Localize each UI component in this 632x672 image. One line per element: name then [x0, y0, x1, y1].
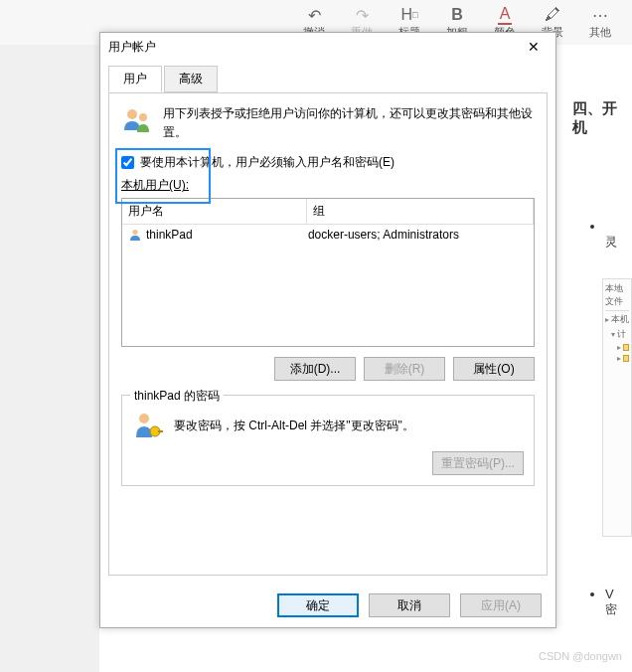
highlight-icon: 🖍 — [545, 5, 560, 25]
more-icon: ⋯ — [592, 5, 608, 25]
user-list[interactable]: 用户名 组 thinkPad docker-users; Administrat… — [121, 198, 535, 347]
other-label: 其他 — [589, 25, 611, 40]
tab-panel-users: 用下列表授予或拒绝用户访问你的计算机，还可以更改其密码和其他设置。 要使用本计算… — [108, 92, 548, 576]
svg-point-0 — [127, 109, 137, 119]
info-text: 用下列表授予或拒绝用户访问你的计算机，还可以更改其密码和其他设置。 — [163, 104, 535, 142]
col-username[interactable]: 用户名 — [122, 199, 307, 224]
dialog-footer: 确定 取消 应用(A) — [100, 584, 555, 627]
bg-mini-t2: 文件 — [605, 295, 629, 308]
cancel-button[interactable]: 取消 — [369, 593, 450, 617]
svg-point-3 — [139, 414, 149, 423]
section-heading: 四、开机 — [567, 89, 632, 147]
cell-group: docker-users; Administrators — [308, 228, 528, 242]
list-header: 用户名 组 — [122, 199, 534, 225]
svg-rect-5 — [158, 430, 163, 432]
close-button[interactable]: ✕ — [520, 37, 548, 57]
list-buttons: 添加(D)... 删除(R) 属性(O) — [121, 357, 535, 381]
col-group[interactable]: 组 — [307, 199, 534, 224]
bold-icon: B — [451, 5, 463, 25]
bg-mini-t1: 本地 — [605, 282, 629, 295]
users-icon — [121, 104, 153, 136]
reset-password-button: 重置密码(P)... — [432, 451, 524, 475]
password-icon — [132, 410, 164, 441]
color-icon: A — [498, 5, 513, 25]
user-accounts-dialog: 用户帐户 ✕ 用户 高级 用下列表授予或拒绝用户访问你的计算机，还可以更改其密码… — [99, 32, 556, 628]
info-row: 用下列表授予或拒绝用户访问你的计算机，还可以更改其密码和其他设置。 — [121, 104, 535, 142]
cell-username: thinkPad — [146, 228, 193, 242]
redo-icon: ↷ — [356, 5, 369, 25]
dialog-titlebar[interactable]: 用户帐户 ✕ — [100, 33, 555, 61]
apply-button: 应用(A) — [460, 593, 542, 617]
dialog-title: 用户帐户 — [108, 39, 156, 56]
bg-bullet-2: V密 — [605, 587, 617, 618]
user-list-label: 本机用户(U): — [121, 177, 535, 194]
svg-point-2 — [133, 230, 138, 235]
password-legend: thinkPad 的密码 — [130, 388, 224, 405]
password-groupbox: thinkPad 的密码 要改密码，按 Ctrl-Alt-Del 并选择"更改密… — [121, 395, 535, 486]
user-icon — [128, 228, 142, 242]
ok-button[interactable]: 确定 — [277, 593, 359, 617]
password-text: 要改密码，按 Ctrl-Alt-Del 并选择"更改密码"。 — [174, 418, 414, 434]
tab-strip: 用户 高级 — [108, 66, 548, 93]
require-login-checkbox[interactable] — [121, 156, 134, 169]
tab-users[interactable]: 用户 — [108, 66, 162, 92]
svg-point-1 — [139, 113, 147, 121]
bg-left-gutter — [0, 45, 99, 672]
heading-icon: H□ — [401, 5, 418, 25]
require-login-label[interactable]: 要使用本计算机，用户必须输入用户名和密码(E) — [140, 154, 395, 171]
bg-tree-panel: 本地 文件 ▸本机 ▾计 ▸ ▸ — [602, 278, 632, 537]
properties-button[interactable]: 属性(O) — [453, 357, 535, 381]
add-button[interactable]: 添加(D)... — [274, 357, 356, 381]
other-button[interactable]: ⋯ 其他 — [576, 0, 624, 45]
bg-bullet-list: 灵 — [605, 204, 617, 265]
list-row[interactable]: thinkPad docker-users; Administrators — [122, 225, 534, 245]
bg-bullet-1: 灵 — [605, 219, 617, 251]
undo-icon: ↶ — [308, 5, 321, 25]
watermark: CSDN @dongwn — [539, 650, 622, 662]
bg-bullet-list-2: V密 — [605, 572, 617, 633]
remove-button: 删除(R) — [364, 357, 445, 381]
tab-advanced[interactable]: 高级 — [164, 66, 218, 92]
require-login-row: 要使用本计算机，用户必须输入用户名和密码(E) — [121, 154, 535, 171]
